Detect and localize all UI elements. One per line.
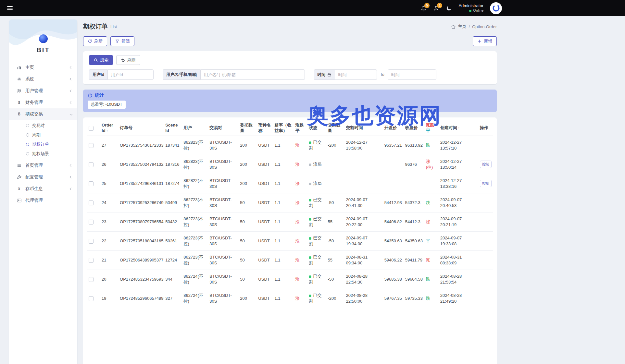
user-id-filter: 用户Id xyxy=(89,69,154,80)
cell-settle-time: 2024-09-07 19:34:00 xyxy=(346,236,368,246)
row-checkbox[interactable] xyxy=(89,200,94,205)
sidebar-item-config-mgmt[interactable]: 配置管理 xyxy=(9,171,77,183)
reset-button[interactable]: 刷新 xyxy=(116,55,140,65)
refresh-button[interactable]: 刷新 xyxy=(83,36,107,46)
cell-order-no: OP1724853234759693 xyxy=(120,277,163,282)
page-subtitle: List xyxy=(110,24,117,29)
submenu-item-trading-pairs[interactable]: 交易对 xyxy=(9,121,77,130)
avatar[interactable] xyxy=(490,2,502,14)
submenu-item-label: 交易对 xyxy=(32,123,45,128)
cell-result: 涨 xyxy=(426,219,430,224)
cell-pair: BTC/USDT-30S xyxy=(209,255,232,265)
info-icon xyxy=(88,93,93,98)
sidebar-item-deposit-interest[interactable]: ¥ 存币生息 xyxy=(9,183,77,195)
table-row: 26OP1735275024794132187316862823(不控)BTC/… xyxy=(87,155,493,174)
submenu-item-label: 期权场景 xyxy=(32,151,49,157)
user-name: Administrator xyxy=(458,3,483,8)
page-header: 期权订单 List 主页 / Option-Order xyxy=(83,21,497,32)
submenu-item-period[interactable]: 周期 xyxy=(9,130,77,140)
col-actions: 操作 xyxy=(480,125,488,130)
app-logo: BIT xyxy=(9,19,77,54)
id-card-icon xyxy=(16,198,22,203)
menu-toggle-button[interactable] xyxy=(5,4,15,12)
sidebar-item-label: 配置管理 xyxy=(25,174,43,180)
sort-asc-icon[interactable]: ↑ xyxy=(106,129,108,133)
table-row: 27OP1735275430172333187341862823(不控)BTC/… xyxy=(87,136,493,155)
cell-order-id: 23 xyxy=(102,219,106,224)
sidebar-item-finance[interactable]: $ 财务管理 xyxy=(9,97,77,108)
select-all-checkbox[interactable] xyxy=(89,126,94,131)
row-checkbox[interactable] xyxy=(89,239,94,244)
sidebar-item-users[interactable]: 用户管理 xyxy=(9,85,77,97)
breadcrumb-home-link[interactable]: 主页 xyxy=(458,24,467,30)
cell-settle-amount: 55 xyxy=(328,219,332,224)
time-from-input[interactable] xyxy=(335,69,377,80)
avatar-logo-icon xyxy=(492,4,500,12)
cell-coin: USDT xyxy=(258,143,269,148)
submenu-item-option-orders[interactable]: 期权订单 xyxy=(9,140,77,149)
sidebar-item-options-trading[interactable]: B 期权交易 xyxy=(9,108,77,120)
time-label: 时间 xyxy=(314,69,335,80)
sort-asc-icon[interactable]: ↑ xyxy=(458,126,460,130)
sidebar-item-system[interactable]: 系统 xyxy=(9,73,77,85)
user-id-input[interactable] xyxy=(107,69,154,80)
status-badge: 已交割 xyxy=(309,216,321,227)
row-checkbox[interactable] xyxy=(89,220,94,224)
cell-settle-time: 2024-08-31 09:34:00 xyxy=(346,255,368,265)
add-new-button[interactable]: 新增 xyxy=(473,36,497,46)
row-checkbox[interactable] xyxy=(89,296,94,301)
cell-user: 862724(不控) xyxy=(183,274,203,285)
filter-icon xyxy=(115,39,119,43)
cell-direction: 涨 xyxy=(295,219,299,224)
user-filter-input[interactable] xyxy=(200,69,305,80)
cell-scene-id: 12724 xyxy=(165,258,177,262)
cell-odds: 1.1 xyxy=(274,200,280,205)
status-dot-icon xyxy=(309,256,311,259)
cell-odds: 1.1 xyxy=(274,219,280,224)
moon-icon xyxy=(446,5,452,11)
time-to-input[interactable] xyxy=(388,69,436,80)
svg-text:¥: ¥ xyxy=(18,187,20,191)
row-checkbox[interactable] xyxy=(89,277,94,282)
stats-title: 统计 xyxy=(95,92,104,98)
user-alerts-button[interactable]: 1 xyxy=(433,5,439,11)
submenu-item-option-scenes[interactable]: 期权场景 xyxy=(9,149,77,158)
circle-bullet-icon xyxy=(26,143,29,146)
sidebar-item-home[interactable]: 主页 xyxy=(9,62,77,73)
control-button[interactable]: 控制 xyxy=(480,180,492,187)
cell-order-id: 24 xyxy=(102,200,106,205)
row-checkbox[interactable] xyxy=(89,181,94,186)
status-badge: 已交割 xyxy=(309,236,321,246)
filter-button[interactable]: 筛选 xyxy=(110,36,134,46)
col-scene-id: Scene Id xyxy=(165,123,178,133)
cell-order-no: OP1725705188043165 xyxy=(120,238,163,243)
cell-direction: 涨 xyxy=(295,181,299,186)
cell-direction: 涨 xyxy=(295,277,299,282)
col-open-price: 开盘价 xyxy=(384,125,397,130)
control-button[interactable]: 控制 xyxy=(480,161,492,168)
dark-mode-toggle[interactable] xyxy=(446,5,452,11)
cell-order-id: 27 xyxy=(102,143,106,148)
orders-table: Order Id↑ 订单号 Scene Id 用户 交易对 委托数量 币种名称 … xyxy=(87,121,493,308)
search-button[interactable]: 搜索 xyxy=(89,55,113,65)
cell-odds: 1.1 xyxy=(274,238,280,243)
cell-coin: USDT xyxy=(258,296,269,301)
row-checkbox[interactable] xyxy=(89,258,94,263)
row-checkbox[interactable] xyxy=(89,143,94,148)
chevron-left-icon xyxy=(70,176,72,178)
logo-orb-icon xyxy=(39,34,48,43)
yen-icon: ¥ xyxy=(16,186,22,191)
cell-order-id: 26 xyxy=(102,162,106,167)
notifications-button[interactable]: 5 xyxy=(420,5,427,11)
sidebar-item-homepage-mgmt[interactable]: 首页管理 xyxy=(9,160,77,171)
row-checkbox[interactable] xyxy=(89,162,94,167)
cell-close-price: 59735.33 xyxy=(405,296,423,301)
status-badge: 流局 xyxy=(309,181,321,186)
cell-order-id: 20 xyxy=(102,277,106,282)
svg-text:$: $ xyxy=(18,101,20,104)
sidebar-item-agent-mgmt[interactable]: 代理管理 xyxy=(9,195,77,206)
col-created-time[interactable]: 创建时间 xyxy=(440,125,457,130)
cell-scene-id: 50499 xyxy=(165,200,177,205)
cell-user: 862823(不控) xyxy=(183,140,203,151)
cell-settle-time: 2024-09-07 20:41:30 xyxy=(346,197,368,208)
